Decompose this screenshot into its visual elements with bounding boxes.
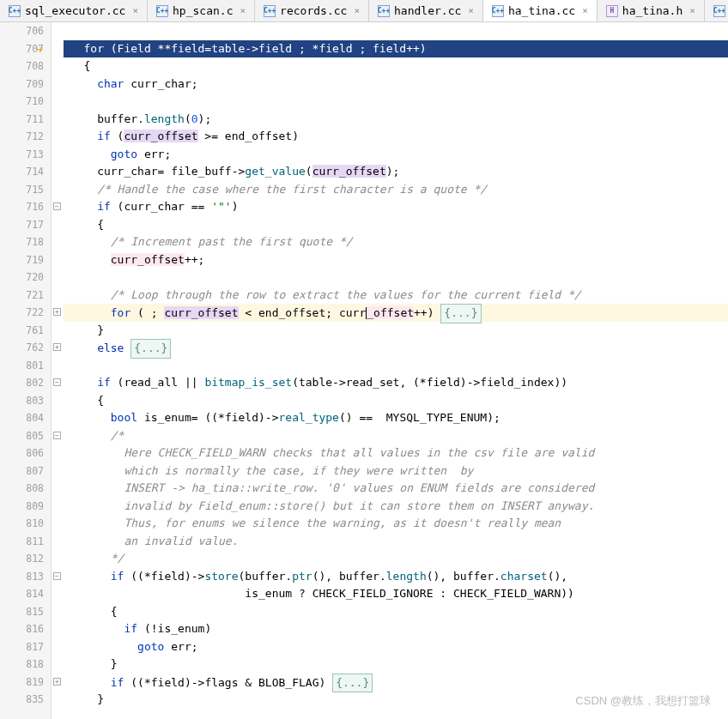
code-line[interactable]: Here CHECK_FIELD_WARN checks that all va… — [64, 444, 728, 462]
token-p: )-> — [460, 376, 480, 389]
line-number: 818 — [0, 656, 44, 674]
code-line[interactable]: goto err; — [64, 146, 728, 164]
code-line[interactable]: if ((*field)->store(buffer.ptr(), buffer… — [64, 568, 728, 586]
code-line[interactable] — [64, 357, 728, 375]
code-line[interactable]: curr_char= file_buff->get_value(curr_off… — [64, 163, 728, 181]
line-number: 808 — [0, 480, 44, 498]
token-kw: if — [97, 200, 111, 213]
token-p: & — [239, 676, 258, 689]
tab-records-cc[interactable]: C++records.cc× — [255, 0, 369, 21]
fold-collapse-icon[interactable]: − — [53, 572, 61, 580]
tab-ha_tina-cc[interactable]: C++ha_tina.cc× — [483, 0, 598, 21]
line-number: 811 — [0, 533, 44, 551]
code-line[interactable]: an invalid value. — [64, 533, 728, 551]
code-line[interactable]: is_enum ? CHECK_FIELD_IGNORE : CHECK_FIE… — [64, 585, 728, 603]
code-line[interactable]: invalid by Field_enum::store() but it ca… — [64, 498, 728, 516]
fold-expand-icon[interactable]: + — [53, 678, 61, 686]
code-line[interactable] — [64, 93, 728, 111]
token-fn: real_type — [279, 411, 339, 424]
token-kw: goto — [111, 148, 137, 160]
line-number: 810 — [0, 515, 44, 533]
folded-code-placeholder[interactable]: {...} — [332, 674, 373, 693]
close-icon[interactable]: × — [468, 5, 474, 16]
line-number: 804 — [0, 409, 44, 427]
token-p: ( — [306, 165, 312, 178]
code-line[interactable]: /* Handle the case where the first chara… — [64, 181, 728, 199]
token-p: ) — [318, 676, 332, 689]
tab-ha_heap-cc[interactable]: C++ha_heap.cc — [705, 0, 728, 21]
close-icon[interactable]: × — [582, 5, 588, 16]
line-number: 809 — [0, 498, 44, 516]
token-p: )) — [554, 376, 567, 389]
watermark-text: CSDN @教练，我想打篮球 — [575, 693, 711, 709]
token-kw: if — [111, 570, 124, 583]
line-number: 722 — [0, 304, 44, 322]
code-line[interactable]: /* Loop through the row to extract the v… — [64, 287, 728, 305]
folded-code-placeholder[interactable]: {...} — [440, 304, 481, 323]
token-fn: length — [386, 570, 427, 583]
code-line[interactable]: if (curr_char == '"') — [64, 198, 728, 216]
token-kw: goto — [137, 640, 164, 653]
token-p: { — [83, 59, 90, 72]
folded-code-placeholder[interactable]: {...} — [130, 339, 171, 359]
close-icon[interactable]: × — [689, 5, 695, 16]
fold-collapse-icon[interactable]: − — [53, 202, 61, 210]
close-icon[interactable]: × — [132, 5, 138, 16]
token-p — [137, 411, 144, 424]
token-id: curr_char — [130, 77, 191, 90]
code-line[interactable]: if (curr_offset >= end_offset) — [64, 128, 728, 146]
token-hluw: curr_offset — [111, 253, 185, 266]
token-p: ++; — [185, 253, 204, 266]
code-line[interactable]: for (Field **field=table->field ; *field… — [64, 40, 728, 58]
code-line[interactable] — [64, 22, 728, 40]
code-line[interactable] — [64, 269, 728, 287]
token-kw: for — [111, 306, 130, 319]
close-icon[interactable]: × — [240, 5, 246, 16]
code-line[interactable]: */ — [64, 550, 728, 568]
code-line[interactable]: /* Increment past the first quote */ — [64, 233, 728, 251]
cpp-file-icon: C++ — [9, 5, 21, 17]
cpp-file-icon: C++ — [492, 5, 504, 17]
code-line[interactable]: goto err; — [64, 638, 728, 656]
fold-expand-icon[interactable]: + — [53, 308, 61, 316]
code-line[interactable]: which is normally the case, if they were… — [64, 462, 728, 480]
code-line[interactable]: { — [64, 216, 728, 234]
token-kw: bool — [111, 411, 137, 424]
line-number: 717 — [0, 216, 44, 234]
code-line[interactable]: INSERT -> ha_tina::write_row. '0' values… — [64, 480, 728, 498]
line-number: 761 — [0, 322, 44, 340]
fold-column: −++−−−+ — [52, 22, 64, 719]
tab-hp_scan-c[interactable]: C++hp_scan.c× — [148, 0, 255, 21]
token-hlu: curr_offset — [312, 165, 386, 178]
code-line[interactable]: if ((*field)->flags & BLOB_FLAG) {...} — [64, 674, 728, 692]
token-p: ( ; — [130, 306, 164, 319]
execution-arrow-icon: ➔ — [36, 42, 43, 56]
code-line[interactable]: } — [64, 656, 728, 674]
close-icon[interactable]: × — [354, 5, 360, 16]
code-area[interactable]: for (Field **field=table->field ; *field… — [64, 22, 728, 719]
fold-collapse-icon[interactable]: − — [53, 432, 61, 439]
code-line[interactable]: buffer.length(0); — [64, 111, 728, 129]
fold-collapse-icon[interactable]: − — [53, 378, 61, 386]
token-cm: /* — [111, 429, 124, 442]
token-id: err — [144, 148, 164, 160]
token-fn: length — [144, 112, 185, 125]
code-line[interactable]: if (read_all || bitmap_is_set(table->rea… — [64, 374, 728, 392]
tab-ha_tina-h[interactable]: Hha_tina.h× — [598, 0, 705, 21]
code-line[interactable]: { — [64, 603, 728, 621]
code-line[interactable]: curr_offset++; — [64, 251, 728, 269]
code-line[interactable]: /* — [64, 427, 728, 445]
code-line[interactable]: bool is_enum= ((*field)->real_type() == … — [64, 409, 728, 427]
line-number: 801 — [0, 357, 44, 375]
code-line[interactable]: { — [64, 392, 728, 410]
code-line[interactable]: char curr_char; — [64, 76, 728, 94]
code-line[interactable]: if (!is_enum) — [64, 620, 728, 638]
tab-handler-cc[interactable]: C++handler.cc× — [369, 0, 483, 21]
fold-expand-icon[interactable]: + — [53, 343, 61, 351]
tab-sql_executor-cc[interactable]: C++sql_executor.cc× — [0, 0, 148, 21]
code-line[interactable]: for ( ; curr_offset < end_offset; curr_o… — [64, 304, 728, 322]
code-line[interactable]: { — [64, 57, 728, 76]
code-line[interactable]: } — [64, 322, 728, 340]
code-line[interactable]: Thus, for enums we silence the warning, … — [64, 515, 728, 533]
code-line[interactable]: else {...} — [64, 339, 728, 357]
